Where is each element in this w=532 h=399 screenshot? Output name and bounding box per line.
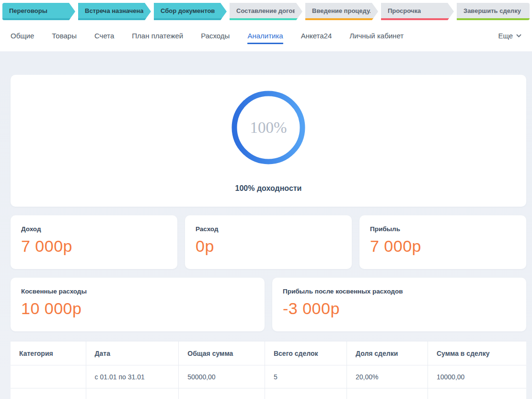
stage-prosrochka[interactable]: Просрочка — [381, 3, 454, 20]
table-header-row: Категория Дата Общая сумма Всего сделок … — [11, 341, 526, 365]
metric-card-raskhod: Расход 0р — [185, 215, 352, 269]
metric-label: Доход — [21, 225, 167, 233]
stage-label: Просрочка — [388, 7, 421, 14]
metric-card-dokhod: Доход 7 000р — [11, 215, 177, 269]
metric-value: 0р — [196, 237, 341, 256]
tab-anketa24[interactable]: Анкета24 — [301, 32, 332, 40]
metric-label: Расход — [196, 225, 341, 233]
gauge-caption: 100% доходности — [235, 184, 302, 193]
stage-label: Переговоры — [9, 7, 47, 14]
tab-lichnyy-kabinet[interactable]: Личный кабинет — [349, 32, 404, 40]
metric-label: Прибыль — [370, 225, 516, 233]
gauge-percent-value: 100% — [231, 90, 306, 165]
cell-dolya-sdelki: 20,00% — [347, 365, 428, 388]
col-header-obshchaya-summa: Общая сумма — [179, 341, 265, 365]
metric-value: 7 000р — [370, 237, 516, 256]
category-table: Категория Дата Общая сумма Всего сделок … — [11, 341, 526, 399]
stage-sbor-dokumentov[interactable]: Сбор документов — [154, 3, 227, 20]
gauge-ring: 100% — [231, 90, 306, 165]
metrics-row-1: Доход 7 000р Расход 0р Прибыль 7 000р — [11, 215, 526, 269]
deal-analytics-page: Переговоры Встреча назначена Сбор докуме… — [0, 0, 532, 399]
metric-value: -3 000р — [283, 299, 516, 318]
stage-label: Сбор документов — [161, 7, 215, 14]
metric-card-pribyl-posle-kosvennykh: Прибыль после косвенных расходов -3 000р — [272, 278, 526, 331]
stage-vvedenie-procedury[interactable]: Введение процеду... — [305, 3, 378, 20]
metric-card-pribyl: Прибыль 7 000р — [359, 215, 526, 269]
cell-vsego-sdelok: 5 — [265, 365, 347, 388]
tab-plan-platezhey[interactable]: План платежей — [132, 32, 183, 40]
metrics-row-2: Косвенные расходы 10 000р Прибыль после … — [11, 278, 526, 331]
stage-zavershit-sdelku[interactable]: Завершить сделку — [457, 3, 530, 20]
cell-obshchaya-summa: 50000,00 — [179, 365, 265, 388]
tab-obshchie[interactable]: Общие — [11, 32, 34, 40]
stage-sostavlenie-dogovora[interactable]: Составление догов... — [230, 3, 302, 20]
analytics-content: 100% 100% доходности Доход 7 000р Расход… — [0, 52, 532, 399]
table-row: с 01.01 по 31.01 50000,00 5 20,00% 10000… — [11, 365, 526, 388]
profitability-gauge-card: 100% 100% доходности — [11, 75, 526, 207]
metric-value: 7 000р — [21, 237, 167, 256]
metric-label: Прибыль после косвенных расходов — [283, 288, 516, 295]
tab-raskhody[interactable]: Расходы — [201, 32, 230, 40]
stage-vstrecha-naznachena[interactable]: Встреча назначена — [78, 3, 151, 20]
tab-analitika[interactable]: Аналитика — [247, 32, 283, 40]
tab-more-label: Еще — [498, 32, 513, 40]
chevron-down-icon — [516, 34, 521, 37]
stage-label: Встреча назначена — [85, 7, 143, 14]
metric-card-kosvennye-raskhody: Косвенные расходы 10 000р — [11, 278, 265, 331]
deal-tab-bar: Общие Товары Счета План платежей Расходы… — [0, 20, 532, 52]
cell-data: с 01.01 по 31.01 — [86, 365, 179, 388]
stage-label: Введение процеду... — [312, 7, 370, 14]
col-header-dolya-sdelki: Доля сделки — [347, 341, 428, 365]
col-header-summa-v-sdelku: Сумма в сделку — [428, 341, 526, 365]
stage-label: Составление догов... — [236, 7, 295, 14]
cell-kategoriya — [11, 365, 86, 388]
col-header-vsego-sdelok: Всего сделок — [265, 341, 347, 365]
metric-value: 10 000р — [21, 299, 254, 318]
metric-label: Косвенные расходы — [21, 288, 254, 295]
table-row-empty — [11, 388, 526, 399]
col-header-kategoriya: Категория — [11, 341, 86, 365]
stage-peregovory[interactable]: Переговоры — [2, 3, 75, 20]
tab-scheta[interactable]: Счета — [94, 32, 114, 40]
col-header-data: Дата — [86, 341, 179, 365]
deal-stage-bar: Переговоры Встреча назначена Сбор докуме… — [0, 0, 532, 20]
stage-label: Завершить сделку — [463, 7, 521, 14]
tab-more[interactable]: Еще — [498, 32, 521, 40]
tab-tovary[interactable]: Товары — [52, 32, 77, 40]
cell-summa-v-sdelku: 10000,00 — [428, 365, 526, 388]
